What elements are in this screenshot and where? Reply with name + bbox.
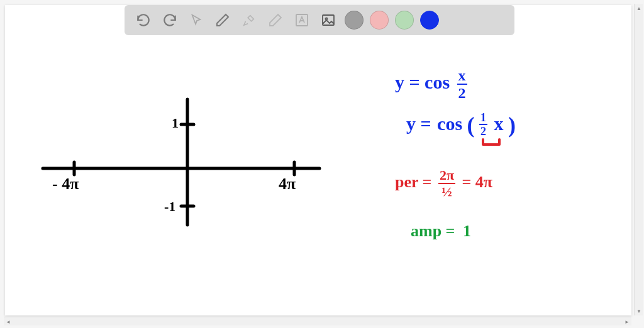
eq1-fn: cos xyxy=(425,72,450,92)
per-num: 2π xyxy=(438,168,455,184)
amplitude-line: amp = 1 xyxy=(411,222,471,241)
x-tick-pos: 4π xyxy=(279,175,296,194)
equation-2: y = cos ( 1 2 x ) xyxy=(406,112,516,138)
scroll-up-icon[interactable]: ▲ xyxy=(635,4,643,13)
drawing-surface[interactable]: 1 -1 - 4π 4π y = cos x 2 y = cos ( 1 2 x… xyxy=(5,5,631,315)
eq1-num: x xyxy=(457,68,467,85)
vertical-scrollbar[interactable]: ▲ ▼ xyxy=(634,4,643,315)
y-tick-neg: -1 xyxy=(164,199,175,215)
eq2-fn: cos xyxy=(437,113,462,134)
per-label: per = xyxy=(395,173,431,191)
scroll-down-icon[interactable]: ▼ xyxy=(635,307,643,315)
whiteboard-canvas: 1 -1 - 4π 4π y = cos x 2 y = cos ( 1 2 x… xyxy=(5,5,631,315)
scroll-right-icon[interactable]: ► xyxy=(623,317,631,326)
amp-value: 1 xyxy=(463,222,471,240)
eq2-lhs: y = xyxy=(406,113,431,134)
eq2-close: ) xyxy=(508,112,516,138)
horizontal-scrollbar[interactable]: ◄ ► xyxy=(4,317,631,325)
eq1-lhs: y = xyxy=(395,72,420,92)
eq2-den: 2 xyxy=(479,125,487,137)
eq2-num: 1 xyxy=(479,112,487,125)
eq1-den: 2 xyxy=(457,85,467,101)
equation-1: y = cos x 2 xyxy=(395,68,467,101)
red-underline-icon xyxy=(480,138,506,150)
period-line: per = 2π ½ = 4π xyxy=(395,168,492,199)
per-den: ½ xyxy=(438,184,455,199)
eq2-open: ( xyxy=(467,112,475,138)
amp-label: amp = xyxy=(411,222,455,240)
x-tick-neg: - 4π xyxy=(52,175,79,194)
axes-graph xyxy=(30,87,345,250)
per-eq: = 4π xyxy=(462,173,492,191)
scroll-left-icon[interactable]: ◄ xyxy=(4,317,13,326)
eq2-var: x xyxy=(494,113,504,134)
y-tick-pos: 1 xyxy=(172,115,179,131)
